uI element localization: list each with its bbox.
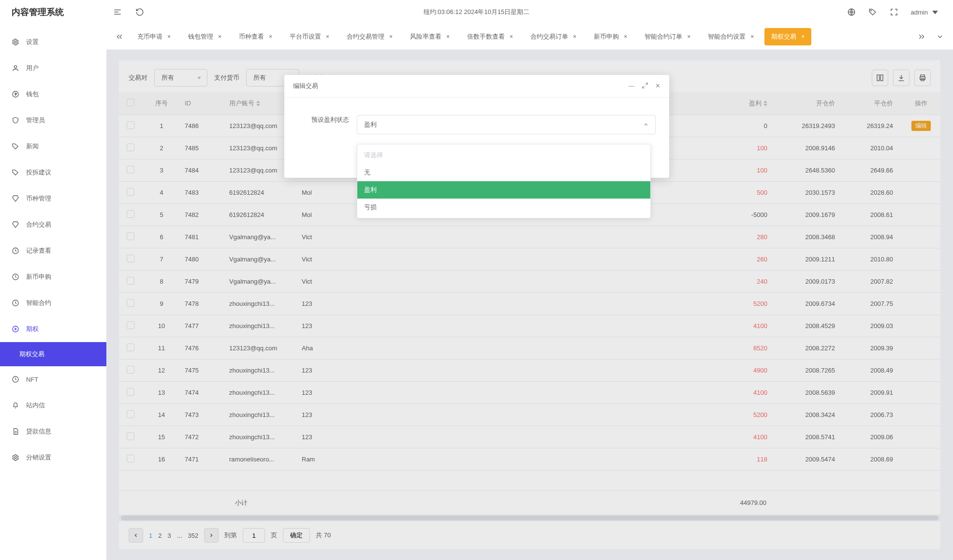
sidebar-item-currency[interactable]: 币种管理 [0,186,106,212]
clock-icon [12,247,19,255]
sidebar-item-label: 钱包 [26,90,39,99]
profit-status-select[interactable]: 盈利 [357,115,656,134]
fullscreen-icon[interactable] [890,8,898,16]
tabs-scroll-left[interactable] [112,33,127,41]
tab-智能合约订单[interactable]: 智能合约订单× [638,28,697,45]
tab-风险率查看[interactable]: 风险率查看× [403,28,456,45]
sidebar-item-complaint[interactable]: 投拆建议 [0,159,106,186]
sidebar-item-wallet[interactable]: 钱包 [0,81,106,107]
sidebar-item-label: 币种管理 [26,194,51,203]
svg-line-23 [642,86,644,88]
sidebar-item-label: 新闻 [26,142,39,151]
modal-minimize-button[interactable]: — [629,82,635,90]
price-tag-icon[interactable] [868,8,877,16]
sidebar-item-label: 智能合约 [26,299,51,307]
refresh-button[interactable] [129,8,151,16]
tab-label: 智能合约设置 [708,32,746,41]
sidebar-item-distrib[interactable]: 分销设置 [0,445,106,471]
option-profit[interactable]: 盈利 [357,181,650,199]
sidebar-item-label: 站内信 [26,401,45,410]
sidebar-item-label: 新币申购 [26,273,51,281]
modal-title: 编辑交易 [293,82,318,90]
tab-close-icon[interactable]: × [446,33,450,40]
user-name: admin [911,9,928,16]
tab-平台币设置[interactable]: 平台币设置× [283,28,336,45]
tab-label: 倍数手数查看 [467,32,505,41]
tab-合约交易订单[interactable]: 合约交易订单× [524,28,583,45]
tab-close-icon[interactable]: × [573,33,576,40]
profit-status-dropdown: 请选择 无 盈利 亏损 [357,144,651,218]
tab-新币申购[interactable]: 新币申购× [587,28,634,45]
modal-maximize-button[interactable] [642,82,648,90]
sidebar-item-settings[interactable]: 设置 [0,29,106,55]
svg-point-7 [14,66,16,68]
svg-line-22 [645,83,647,85]
sidebar-item-label: 合约交易 [26,220,51,229]
sidebar-item-loan[interactable]: 贷款信息 [0,418,106,445]
sidebar-item-label: 贷款信息 [26,427,51,436]
sidebar-item-label: 管理员 [26,116,45,125]
option-loss[interactable]: 亏损 [357,199,650,216]
svg-point-14 [15,457,16,459]
tag-icon [12,169,19,176]
clock-icon [12,273,19,281]
plus-circle-icon [12,325,19,333]
tab-label: 钱包管理 [188,32,213,41]
sidebar-item-label: 期权 [26,325,39,333]
sidebar-item-contract[interactable]: 合约交易 [0,212,106,238]
language-icon[interactable] [847,8,856,16]
tab-close-icon[interactable]: × [687,33,690,40]
tabs-bar: 充币申请×钱包管理×币种查看×平台币设置×合约交易管理×风险率查看×倍数手数查看… [106,24,953,50]
tab-close-icon[interactable]: × [801,33,805,40]
tab-充币申请[interactable]: 充币申请× [131,28,177,45]
user-menu[interactable]: admin [911,8,939,16]
sidebar-item-label: 分销设置 [26,453,51,462]
tabs-dropdown[interactable] [933,33,947,41]
tab-期权交易[interactable]: 期权交易× [764,28,811,45]
sidebar-item-smart[interactable]: 智能合约 [0,290,106,316]
sidebar-item-users[interactable]: 用户 [0,55,106,81]
sidebar-item-mail[interactable]: 站内信 [0,392,106,418]
tab-close-icon[interactable]: × [750,33,754,40]
tab-钱包管理[interactable]: 钱包管理× [181,28,228,45]
sidebar-item-news[interactable]: 新闻 [0,133,106,159]
tab-close-icon[interactable]: × [389,33,393,40]
clock-icon [12,299,19,307]
profit-status-value: 盈利 [364,120,377,129]
tab-智能合约设置[interactable]: 智能合约设置× [701,28,761,45]
tab-close-icon[interactable]: × [510,33,513,40]
tab-倍数手数查看[interactable]: 倍数手数查看× [460,28,520,45]
sidebar-item-logs[interactable]: 记录查看 [0,238,106,264]
sidebar-collapse-button[interactable] [106,8,129,16]
svg-point-4 [870,10,871,11]
tab-close-icon[interactable]: × [218,33,221,40]
sidebar-item-label: 用户 [26,64,39,72]
modal-close-button[interactable]: ✕ [655,82,660,90]
tab-close-icon[interactable]: × [167,33,171,40]
sidebar-item-label: NFT [26,376,38,383]
tabs-scroll-right[interactable] [914,33,929,41]
sidebar-item-admin[interactable]: 管理员 [0,107,106,133]
tab-label: 期权交易 [771,32,796,41]
tab-close-icon[interactable]: × [269,33,272,40]
tab-label: 充币申请 [137,32,162,41]
gear-icon [12,454,19,461]
diamond-icon [12,195,19,202]
bell-icon [12,402,19,409]
sidebar-item-nft[interactable]: NFT [0,366,106,392]
tab-close-icon[interactable]: × [326,33,329,40]
option-placeholder[interactable]: 请选择 [357,146,650,164]
sidebar-item-label: 投拆建议 [26,168,51,177]
tab-合约交易管理[interactable]: 合约交易管理× [340,28,399,45]
tab-label: 新币申购 [594,32,619,41]
shield-icon [12,116,19,124]
tab-label: 合约交易订单 [530,32,568,41]
sidebar: 设置用户钱包管理员新闻投拆建议币种管理合约交易记录查看新币申购智能合约期权期权交… [0,24,106,560]
tab-close-icon[interactable]: × [624,33,627,40]
user-icon [12,64,19,72]
sidebar-item-newcoin[interactable]: 新币申购 [0,264,106,290]
sidebar-item-options[interactable]: 期权 [0,316,106,342]
option-none[interactable]: 无 [357,164,650,181]
sidebar-subitem-optiontrade[interactable]: 期权交易 [0,342,106,366]
tab-币种查看[interactable]: 币种查看× [232,28,279,45]
